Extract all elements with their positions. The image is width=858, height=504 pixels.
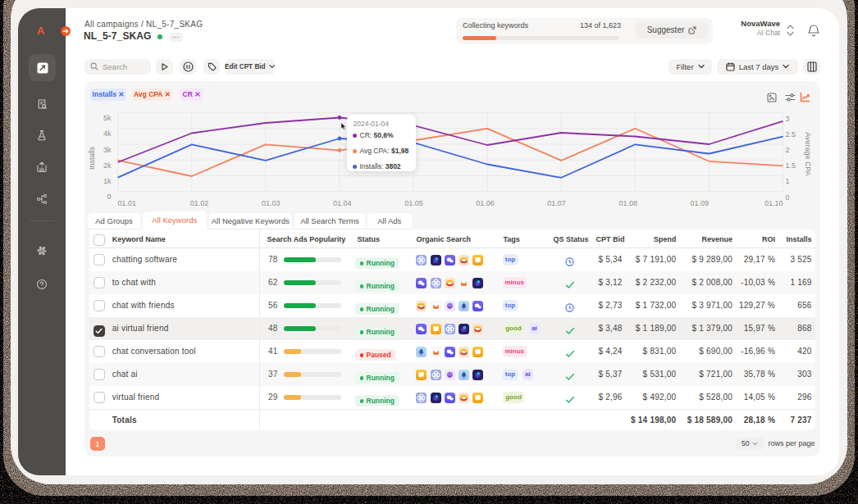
svg-text:1: 1 [786,177,790,185]
svg-text:01.04: 01.04 [333,199,352,207]
svg-text:4k: 4k [103,129,112,138]
svg-text:01.08: 01.08 [618,199,637,207]
svg-text:01.10: 01.10 [764,199,783,207]
svg-text:3: 3 [786,115,790,123]
svg-text:01.09: 01.09 [691,199,710,207]
svg-text:1.5: 1.5 [786,161,796,170]
svg-text:01.03: 01.03 [262,199,281,207]
svg-text:01.06: 01.06 [476,199,495,207]
svg-text:5k: 5k [103,114,112,122]
svg-text:0: 0 [786,193,790,202]
svg-text:2.5: 2.5 [786,130,796,138]
svg-text:01.07: 01.07 [547,199,566,207]
svg-text:0: 0 [107,193,111,201]
svg-text:01.05: 01.05 [404,199,423,207]
svg-text:2k: 2k [103,161,112,170]
svg-text:2: 2 [786,146,790,154]
svg-text:01.01: 01.01 [118,199,137,207]
svg-text:3k: 3k [103,146,112,154]
svg-text:1k: 1k [103,177,112,185]
svg-text:01.02: 01.02 [190,199,209,207]
